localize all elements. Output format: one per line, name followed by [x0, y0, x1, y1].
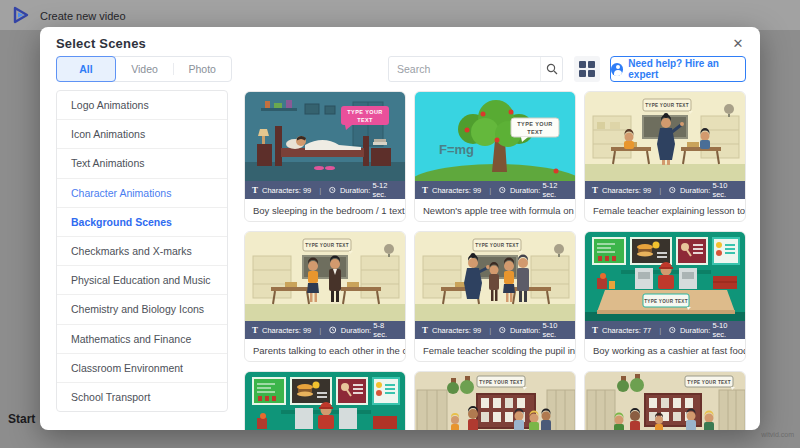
- svg-text:TEXT: TEXT: [357, 117, 373, 123]
- clock-icon: [329, 326, 336, 334]
- sidebar-item-icon-animations[interactable]: Icon Animations: [57, 120, 227, 149]
- search-box: [388, 56, 563, 82]
- svg-text:TYPE YOUR: TYPE YOUR: [347, 109, 382, 115]
- scene-card-fastfood-cashier[interactable]: TYPE YOUR TEXT T Characters: 77 | Durati…: [584, 231, 746, 362]
- scene-type-tabs: All Video Photo: [56, 56, 232, 82]
- svg-text:TYPE YOUR: TYPE YOUR: [517, 121, 552, 127]
- scene-card-fastfood-2[interactable]: [244, 371, 406, 430]
- hire-expert-label: Need help? Hire an expert: [628, 58, 745, 80]
- sidebar-item-text-animations[interactable]: Text Animations: [57, 149, 227, 178]
- scene-info-bar: T Characters: 77 | Duration: 5-10 sec.: [585, 321, 745, 339]
- scene-caption: Parents talking to each other in the cla…: [245, 339, 405, 362]
- svg-text:TYPE YOUR TEXT: TYPE YOUR TEXT: [687, 380, 731, 385]
- scene-info-bar: T Characters: 99 | Duration: 5-10 sec.: [585, 181, 745, 199]
- scene-thumbnail-fastfood-2: [245, 372, 406, 430]
- sidebar-item-character-animations[interactable]: Character Animations: [57, 179, 227, 208]
- svg-text:TYPE YOUR TEXT: TYPE YOUR TEXT: [305, 243, 349, 248]
- characters-value: 99: [303, 186, 311, 195]
- tab-photo[interactable]: Photo: [173, 57, 231, 81]
- app-topbar: Create new video: [0, 0, 800, 30]
- svg-text:TYPE YOUR TEXT: TYPE YOUR TEXT: [475, 243, 519, 248]
- scene-thumbnail-fastfood-cashier: TYPE YOUR TEXT: [585, 232, 746, 321]
- scene-caption: Newton's apple tree with formula on the …: [415, 199, 575, 222]
- scene-card-hallway-2[interactable]: TYPE YOUR TEXT: [584, 371, 746, 430]
- scene-caption: Boy working as a cashier at fast food re…: [585, 339, 745, 362]
- scene-card-apple-tree[interactable]: F=mg TYPE YOUR TEXT T Characters: 99 | D…: [414, 91, 576, 222]
- scene-grid: TYPE YOUR TEXT T Characters: 99 | Durati…: [244, 91, 746, 430]
- close-icon[interactable]: ✕: [728, 33, 748, 53]
- text-icon: T: [252, 185, 258, 195]
- modal-title: Select Scenes: [56, 36, 146, 51]
- sidebar-item-chemistry-biology[interactable]: Chemistry and Biology Icons: [57, 295, 227, 324]
- clock-icon: [499, 326, 506, 334]
- svg-text:TYPE YOUR TEXT: TYPE YOUR TEXT: [644, 299, 688, 304]
- svg-text:TYPE YOUR TEXT: TYPE YOUR TEXT: [645, 103, 689, 108]
- sidebar-item-background-scenes[interactable]: Background Scenes: [57, 208, 227, 237]
- scene-thumbnail-teacher-explaining: TYPE YOUR TEXT: [585, 92, 746, 181]
- sidebar-item-mathematics-finance[interactable]: Mathematics and Finance: [57, 325, 227, 354]
- scene-info-bar: T Characters: 99 | Duration: 5-10 sec.: [415, 321, 575, 339]
- scene-thumbnail-hallway-2: TYPE YOUR TEXT: [585, 372, 746, 430]
- scene-thumbnail-apple-tree: F=mg TYPE YOUR TEXT: [415, 92, 576, 181]
- characters-label: Characters:: [262, 186, 301, 195]
- search-icon[interactable]: [540, 57, 562, 81]
- sidebar-item-checkmarks[interactable]: Checkmarks and X-marks: [57, 237, 227, 266]
- scene-info-bar: T Characters: 99 | Duration: 5-12 sec.: [415, 181, 575, 199]
- svg-text:TYPE YOUR TEXT: TYPE YOUR TEXT: [479, 380, 523, 385]
- search-input[interactable]: [389, 63, 540, 75]
- page-title: Create new video: [40, 10, 126, 22]
- clock-icon: [329, 186, 336, 194]
- scene-card-teacher-scolding[interactable]: TYPE YOUR TEXT T Characters: 99 | Durati…: [414, 231, 576, 362]
- sidebar-item-logo-animations[interactable]: Logo Animations: [57, 91, 227, 120]
- app-logo-icon: [12, 6, 30, 24]
- duration-value: 5-12 sec.: [372, 181, 398, 199]
- clock-icon: [499, 186, 506, 194]
- scene-card-teacher-explaining[interactable]: TYPE YOUR TEXT T Characters: 99 | Durati…: [584, 91, 746, 222]
- svg-text:TEXT: TEXT: [527, 129, 543, 135]
- scene-thumbnail-bedroom: TYPE YOUR TEXT: [245, 92, 406, 181]
- start-label: Start: [8, 412, 35, 426]
- scene-thumbnail-teacher-scolding: TYPE YOUR TEXT: [415, 232, 576, 321]
- category-sidebar: Logo Animations Icon Animations Text Ani…: [56, 90, 228, 412]
- grid-view-icon[interactable]: [574, 56, 600, 82]
- scene-thumbnail-parents-talking: TYPE YOUR TEXT: [245, 232, 406, 321]
- tab-video[interactable]: Video: [116, 57, 174, 81]
- sidebar-item-school-transport[interactable]: School Transport: [57, 383, 227, 411]
- scene-caption: Female teacher scolding the pupil in fro…: [415, 339, 575, 362]
- clock-icon: [669, 326, 676, 334]
- sidebar-item-classroom-environment[interactable]: Classroom Environment: [57, 354, 227, 383]
- tab-all[interactable]: All: [56, 56, 116, 82]
- clock-icon: [669, 186, 676, 194]
- scene-caption: Boy sleeping in the bedroom / 1 text hol…: [245, 199, 405, 222]
- watermark: witvid.com: [761, 431, 794, 438]
- scene-card-bedroom[interactable]: TYPE YOUR TEXT T Characters: 99 | Durati…: [244, 91, 406, 222]
- sidebar-item-physical-education[interactable]: Physical Education and Music: [57, 266, 227, 295]
- scene-card-parents-talking[interactable]: TYPE YOUR TEXT T Characters: 99 | Durati…: [244, 231, 406, 362]
- scene-info-bar: T Characters: 99 | Duration: 5-8 sec.: [245, 321, 405, 339]
- scene-info-bar: T Characters: 99 | Duration: 5-12 sec.: [245, 181, 405, 199]
- duration-label: Duration:: [340, 186, 370, 195]
- formula-text: F=mg: [439, 142, 474, 157]
- scene-card-hallway[interactable]: TYPE YOUR TEXT: [414, 371, 576, 430]
- hire-expert-button[interactable]: Need help? Hire an expert: [610, 56, 746, 82]
- select-scenes-modal: Select Scenes ✕ All Video Photo Need hel…: [40, 27, 760, 430]
- scene-caption: Female teacher explaining lesson to pupi…: [585, 199, 745, 222]
- scene-thumbnail-hallway: TYPE YOUR TEXT: [415, 372, 576, 430]
- person-icon: [611, 63, 623, 76]
